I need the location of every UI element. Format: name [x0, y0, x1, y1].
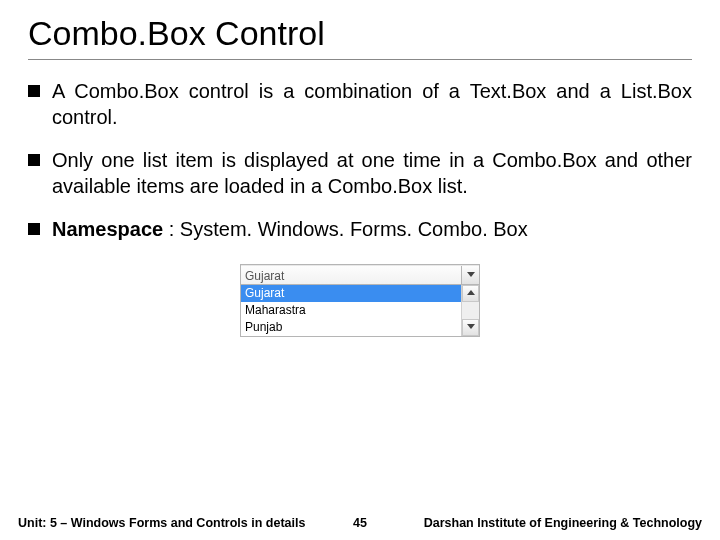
bullet-list: A Combo.Box control is a combination of …: [28, 78, 692, 242]
combobox[interactable]: Gujarat Gujarat Maharastra Punjab: [240, 264, 480, 337]
bullet-mark-icon: [28, 85, 40, 97]
slide: Combo.Box Control A Combo.Box control is…: [0, 0, 720, 540]
combobox-list[interactable]: Gujarat Maharastra Punjab: [241, 285, 479, 336]
bullet-text: Only one list item is displayed at one t…: [52, 147, 692, 200]
footer-institute: Darshan Institute of Engineering & Techn…: [395, 516, 702, 530]
footer-unit: Unit: 5 – Windows Forms and Controls in …: [18, 516, 325, 530]
combobox-items: Gujarat Maharastra Punjab: [241, 285, 461, 336]
svg-marker-0: [467, 272, 475, 277]
bullet-item: Namespace : System. Windows. Forms. Comb…: [28, 216, 692, 242]
combobox-option[interactable]: Gujarat: [241, 285, 461, 302]
combobox-input[interactable]: Gujarat: [241, 266, 461, 284]
scroll-up-button[interactable]: [462, 285, 479, 302]
combobox-option[interactable]: Punjab: [241, 319, 461, 336]
bullet-mark-icon: [28, 154, 40, 166]
namespace-label: Namespace: [52, 218, 163, 240]
bullet-item: Only one list item is displayed at one t…: [28, 147, 692, 200]
bullet-text: A Combo.Box control is a combination of …: [52, 78, 692, 131]
footer: Unit: 5 – Windows Forms and Controls in …: [0, 516, 720, 530]
scrollbar[interactable]: [461, 285, 479, 336]
chevron-up-icon: [467, 290, 475, 296]
combobox-input-row[interactable]: Gujarat: [241, 265, 479, 285]
namespace-value: : System. Windows. Forms. Combo. Box: [163, 218, 528, 240]
bullet-text: Namespace : System. Windows. Forms. Comb…: [52, 216, 692, 242]
combobox-option[interactable]: Maharastra: [241, 302, 461, 319]
bullet-mark-icon: [28, 223, 40, 235]
svg-marker-2: [467, 324, 475, 329]
scroll-down-button[interactable]: [462, 319, 479, 336]
dropdown-button[interactable]: [461, 266, 479, 284]
svg-marker-1: [467, 290, 475, 295]
footer-page-number: 45: [325, 516, 395, 530]
bullet-item: A Combo.Box control is a combination of …: [28, 78, 692, 131]
page-title: Combo.Box Control: [28, 14, 692, 60]
chevron-down-icon: [467, 324, 475, 330]
chevron-down-icon: [467, 272, 475, 278]
